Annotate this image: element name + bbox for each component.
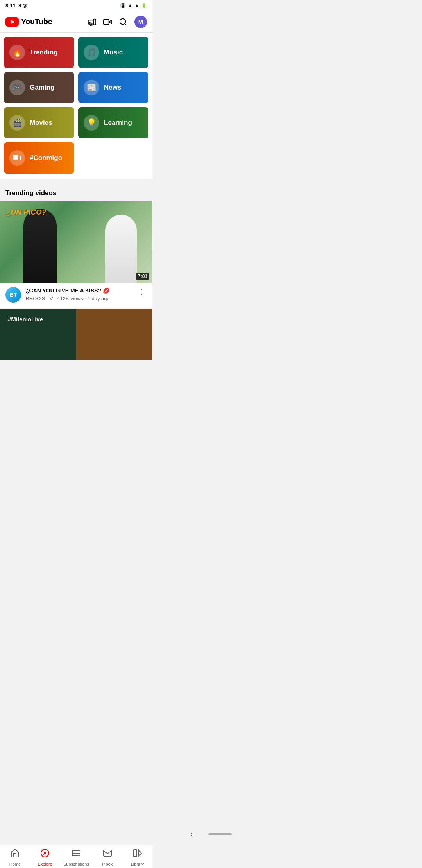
- music-label: Music: [104, 48, 123, 56]
- status-icon1: ⊡: [17, 3, 21, 8]
- video1-duration: 7:01: [136, 273, 149, 280]
- news-icon: 📰: [84, 80, 99, 95]
- gaming-label: Gaming: [30, 84, 54, 91]
- status-time: 8:11: [5, 3, 16, 9]
- video1-channel: BROO'S TV: [26, 296, 53, 301]
- svg-rect-7: [13, 155, 18, 160]
- conmigo-label: #Conmigo: [30, 154, 62, 162]
- youtube-logo-text: YouTube: [21, 17, 52, 26]
- learning-label: Learning: [104, 119, 132, 127]
- wifi-icon: ▲: [128, 3, 132, 8]
- header-icons: M: [88, 16, 147, 28]
- categories-section: 🔥 Trending 🎵 Music 🎮 Gaming 📰 News 🎬 Mov…: [0, 33, 152, 179]
- header: YouTube M: [0, 11, 152, 33]
- video-card-1[interactable]: ¿UN PICO? 7:01 BT ¿CAN YOU GIVE ME A KIS…: [0, 201, 152, 308]
- logo-area: YouTube: [5, 17, 84, 27]
- category-movies[interactable]: 🎬 Movies: [4, 107, 74, 138]
- search-button[interactable]: [119, 18, 127, 26]
- svg-marker-3: [109, 20, 111, 23]
- youtube-logo-icon: [5, 17, 19, 27]
- video2-thumb-text: #MilenioLive: [5, 315, 46, 323]
- trending-label: Trending: [30, 48, 58, 56]
- conmigo-icon: [9, 150, 25, 166]
- movies-icon: 🎬: [9, 115, 25, 131]
- category-trending[interactable]: 🔥 Trending: [4, 37, 74, 68]
- video-card-2[interactable]: #MilenioLive: [0, 309, 152, 360]
- svg-line-6: [125, 23, 126, 25]
- trending-header: Trending videos: [0, 183, 152, 201]
- category-music[interactable]: 🎵 Music: [78, 37, 148, 68]
- video1-thumb-text: ¿UN PICO?: [6, 208, 46, 217]
- trending-section: Trending videos ¿UN PICO? 7:01 BT ¿CAN Y…: [0, 183, 152, 360]
- music-icon: 🎵: [84, 45, 99, 60]
- video1-meta: ¿CAN YOU GIVE ME A KISS? 💋 BROO'S TV · 4…: [26, 287, 131, 301]
- trending-title: Trending videos: [5, 189, 56, 197]
- svg-marker-8: [20, 155, 21, 161]
- status-bar: 8:11 ⊡ @ 📳 ▲ ▲ 🔋: [0, 0, 152, 11]
- category-news[interactable]: 📰 News: [78, 72, 148, 103]
- battery-icon: 🔋: [141, 3, 147, 8]
- movies-label: Movies: [30, 119, 52, 127]
- video-thumbnail-2[interactable]: #MilenioLive: [0, 309, 152, 360]
- video1-subtitle: BROO'S TV · 412K views · 1 day ago: [26, 296, 131, 301]
- camera-button[interactable]: [103, 18, 112, 26]
- video-thumbnail-1[interactable]: ¿UN PICO? 7:01: [0, 201, 152, 283]
- signal-icon: ▲: [134, 3, 139, 8]
- news-label: News: [104, 84, 121, 91]
- status-icon2: @: [23, 3, 27, 8]
- learning-icon: 💡: [84, 115, 99, 131]
- category-learning[interactable]: 💡 Learning: [78, 107, 148, 138]
- video1-info: BT ¿CAN YOU GIVE ME A KISS? 💋 BROO'S TV …: [0, 283, 152, 308]
- thumb-v1-bg: ¿UN PICO?: [0, 201, 152, 283]
- avatar[interactable]: M: [134, 16, 147, 28]
- video1-channel-avatar[interactable]: BT: [5, 287, 21, 303]
- video1-dot2: ·: [84, 296, 87, 301]
- gaming-icon: 🎮: [9, 80, 25, 95]
- category-conmigo[interactable]: #Conmigo: [4, 142, 74, 174]
- svg-rect-4: [104, 19, 109, 24]
- vibrate-icon: 📳: [120, 3, 126, 8]
- video1-time: 1 day ago: [88, 296, 110, 301]
- thumb-v2-bg: #MilenioLive: [0, 309, 152, 360]
- video1-title: ¿CAN YOU GIVE ME A KISS? 💋: [26, 287, 131, 294]
- cast-button[interactable]: [88, 18, 96, 26]
- trending-icon: 🔥: [9, 45, 25, 60]
- category-gaming[interactable]: 🎮 Gaming: [4, 72, 74, 103]
- video1-menu-button[interactable]: ⋮: [136, 287, 147, 296]
- svg-point-5: [120, 18, 126, 24]
- categories-grid: 🔥 Trending 🎵 Music 🎮 Gaming 📰 News 🎬 Mov…: [4, 37, 148, 174]
- video1-views: 412K views: [57, 296, 83, 301]
